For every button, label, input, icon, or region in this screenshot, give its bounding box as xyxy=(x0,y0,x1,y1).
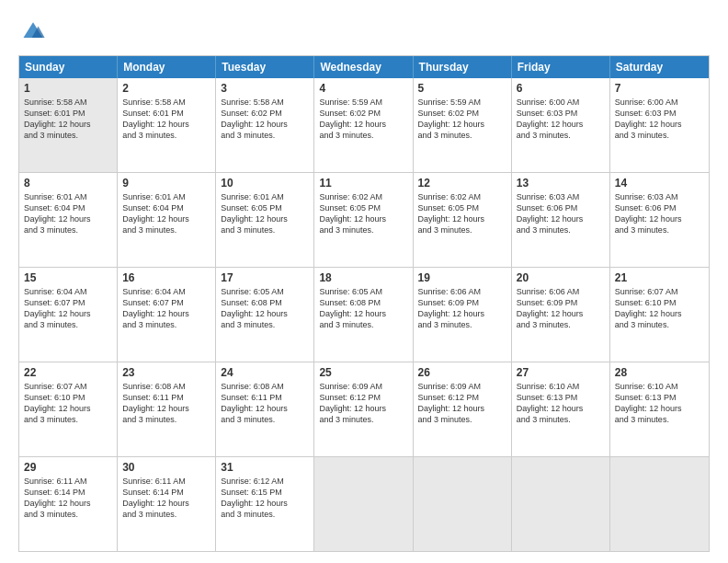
weekday-header: Saturday xyxy=(610,56,709,78)
calendar-header-row: SundayMondayTuesdayWednesdayThursdayFrid… xyxy=(19,56,709,78)
cell-info: Sunrise: 5:59 AM Sunset: 6:02 PM Dayligh… xyxy=(418,98,485,140)
calendar-cell xyxy=(610,457,709,551)
day-number: 15 xyxy=(24,271,112,284)
day-number: 10 xyxy=(221,177,309,190)
cell-info: Sunrise: 6:04 AM Sunset: 6:07 PM Dayligh… xyxy=(122,287,189,329)
day-number: 27 xyxy=(517,366,605,379)
calendar-cell: 27Sunrise: 6:10 AM Sunset: 6:13 PM Dayli… xyxy=(512,362,610,456)
cell-info: Sunrise: 6:09 AM Sunset: 6:12 PM Dayligh… xyxy=(418,382,485,424)
cell-info: Sunrise: 6:10 AM Sunset: 6:13 PM Dayligh… xyxy=(517,382,584,424)
calendar: SundayMondayTuesdayWednesdayThursdayFrid… xyxy=(18,55,710,552)
day-number: 1 xyxy=(24,82,112,95)
cell-info: Sunrise: 6:00 AM Sunset: 6:03 PM Dayligh… xyxy=(615,98,682,140)
day-number: 28 xyxy=(615,366,704,379)
calendar-cell: 6Sunrise: 6:00 AM Sunset: 6:03 PM Daylig… xyxy=(512,78,610,172)
calendar-cell: 18Sunrise: 6:05 AM Sunset: 6:08 PM Dayli… xyxy=(314,268,413,362)
calendar-cell: 17Sunrise: 6:05 AM Sunset: 6:08 PM Dayli… xyxy=(216,268,314,362)
calendar-page: SundayMondayTuesdayWednesdayThursdayFrid… xyxy=(0,0,728,563)
calendar-cell: 23Sunrise: 6:08 AM Sunset: 6:11 PM Dayli… xyxy=(118,362,216,456)
calendar-row: 8Sunrise: 6:01 AM Sunset: 6:04 PM Daylig… xyxy=(19,172,709,267)
calendar-cell: 19Sunrise: 6:06 AM Sunset: 6:09 PM Dayli… xyxy=(414,268,512,362)
cell-info: Sunrise: 5:59 AM Sunset: 6:02 PM Dayligh… xyxy=(319,98,386,140)
cell-info: Sunrise: 5:58 AM Sunset: 6:01 PM Dayligh… xyxy=(122,98,189,140)
cell-info: Sunrise: 5:58 AM Sunset: 6:02 PM Dayligh… xyxy=(221,98,288,140)
calendar-row: 22Sunrise: 6:07 AM Sunset: 6:10 PM Dayli… xyxy=(19,362,709,456)
cell-info: Sunrise: 6:06 AM Sunset: 6:09 PM Dayligh… xyxy=(418,287,485,329)
calendar-cell xyxy=(512,457,610,551)
page-header xyxy=(18,17,710,46)
calendar-cell: 29Sunrise: 6:11 AM Sunset: 6:14 PM Dayli… xyxy=(19,457,118,551)
cell-info: Sunrise: 6:05 AM Sunset: 6:08 PM Dayligh… xyxy=(319,287,386,329)
calendar-cell: 7Sunrise: 6:00 AM Sunset: 6:03 PM Daylig… xyxy=(610,78,709,172)
calendar-cell: 15Sunrise: 6:04 AM Sunset: 6:07 PM Dayli… xyxy=(19,268,118,362)
calendar-body: 1Sunrise: 5:58 AM Sunset: 6:01 PM Daylig… xyxy=(19,78,709,551)
calendar-cell xyxy=(414,457,512,551)
cell-info: Sunrise: 6:01 AM Sunset: 6:04 PM Dayligh… xyxy=(24,192,91,235)
calendar-cell: 28Sunrise: 6:10 AM Sunset: 6:13 PM Dayli… xyxy=(610,362,709,456)
cell-info: Sunrise: 6:02 AM Sunset: 6:05 PM Dayligh… xyxy=(319,192,386,235)
weekday-header: Wednesday xyxy=(314,56,413,78)
weekday-header: Tuesday xyxy=(216,56,314,78)
cell-info: Sunrise: 6:12 AM Sunset: 6:15 PM Dayligh… xyxy=(221,477,288,519)
day-number: 2 xyxy=(122,82,210,95)
day-number: 20 xyxy=(517,271,605,284)
cell-info: Sunrise: 6:08 AM Sunset: 6:11 PM Dayligh… xyxy=(122,382,189,424)
calendar-cell: 16Sunrise: 6:04 AM Sunset: 6:07 PM Dayli… xyxy=(118,268,216,362)
day-number: 7 xyxy=(615,82,704,95)
day-number: 18 xyxy=(319,271,407,284)
cell-info: Sunrise: 6:11 AM Sunset: 6:14 PM Dayligh… xyxy=(122,477,189,519)
day-number: 22 xyxy=(24,366,112,379)
calendar-cell: 25Sunrise: 6:09 AM Sunset: 6:12 PM Dayli… xyxy=(314,362,413,456)
calendar-row: 1Sunrise: 5:58 AM Sunset: 6:01 PM Daylig… xyxy=(19,78,709,172)
calendar-cell: 10Sunrise: 6:01 AM Sunset: 6:05 PM Dayli… xyxy=(216,173,314,267)
calendar-cell: 2Sunrise: 5:58 AM Sunset: 6:01 PM Daylig… xyxy=(118,78,216,172)
calendar-row: 29Sunrise: 6:11 AM Sunset: 6:14 PM Dayli… xyxy=(19,456,709,551)
day-number: 19 xyxy=(418,271,506,284)
day-number: 23 xyxy=(122,366,210,379)
day-number: 4 xyxy=(319,82,407,95)
day-number: 31 xyxy=(221,461,309,474)
calendar-cell: 12Sunrise: 6:02 AM Sunset: 6:05 PM Dayli… xyxy=(414,173,512,267)
day-number: 9 xyxy=(122,177,210,190)
cell-info: Sunrise: 6:09 AM Sunset: 6:12 PM Dayligh… xyxy=(319,382,386,424)
logo xyxy=(18,17,46,46)
day-number: 21 xyxy=(615,271,704,284)
cell-info: Sunrise: 6:03 AM Sunset: 6:06 PM Dayligh… xyxy=(615,192,682,235)
calendar-cell: 22Sunrise: 6:07 AM Sunset: 6:10 PM Dayli… xyxy=(19,362,118,456)
day-number: 16 xyxy=(122,271,210,284)
day-number: 13 xyxy=(517,177,605,190)
day-number: 11 xyxy=(319,177,407,190)
cell-info: Sunrise: 5:58 AM Sunset: 6:01 PM Dayligh… xyxy=(24,98,91,140)
calendar-cell: 11Sunrise: 6:02 AM Sunset: 6:05 PM Dayli… xyxy=(314,173,413,267)
calendar-cell: 9Sunrise: 6:01 AM Sunset: 6:04 PM Daylig… xyxy=(118,173,216,267)
calendar-cell xyxy=(314,457,413,551)
calendar-cell: 31Sunrise: 6:12 AM Sunset: 6:15 PM Dayli… xyxy=(216,457,314,551)
cell-info: Sunrise: 6:03 AM Sunset: 6:06 PM Dayligh… xyxy=(517,192,584,235)
calendar-cell: 5Sunrise: 5:59 AM Sunset: 6:02 PM Daylig… xyxy=(414,78,512,172)
weekday-header: Thursday xyxy=(414,56,512,78)
calendar-cell: 24Sunrise: 6:08 AM Sunset: 6:11 PM Dayli… xyxy=(216,362,314,456)
cell-info: Sunrise: 6:05 AM Sunset: 6:08 PM Dayligh… xyxy=(221,287,288,329)
calendar-cell: 14Sunrise: 6:03 AM Sunset: 6:06 PM Dayli… xyxy=(610,173,709,267)
cell-info: Sunrise: 6:04 AM Sunset: 6:07 PM Dayligh… xyxy=(24,287,91,329)
calendar-cell: 8Sunrise: 6:01 AM Sunset: 6:04 PM Daylig… xyxy=(19,173,118,267)
day-number: 30 xyxy=(122,461,210,474)
calendar-cell: 21Sunrise: 6:07 AM Sunset: 6:10 PM Dayli… xyxy=(610,268,709,362)
cell-info: Sunrise: 6:11 AM Sunset: 6:14 PM Dayligh… xyxy=(24,477,91,519)
cell-info: Sunrise: 6:01 AM Sunset: 6:04 PM Dayligh… xyxy=(122,192,189,235)
day-number: 12 xyxy=(418,177,506,190)
logo-icon xyxy=(20,17,46,42)
day-number: 6 xyxy=(517,82,605,95)
day-number: 14 xyxy=(615,177,704,190)
day-number: 29 xyxy=(24,461,112,474)
calendar-cell: 20Sunrise: 6:06 AM Sunset: 6:09 PM Dayli… xyxy=(512,268,610,362)
cell-info: Sunrise: 6:07 AM Sunset: 6:10 PM Dayligh… xyxy=(24,382,91,424)
day-number: 26 xyxy=(418,366,506,379)
cell-info: Sunrise: 6:08 AM Sunset: 6:11 PM Dayligh… xyxy=(221,382,288,424)
calendar-cell: 30Sunrise: 6:11 AM Sunset: 6:14 PM Dayli… xyxy=(118,457,216,551)
cell-info: Sunrise: 6:00 AM Sunset: 6:03 PM Dayligh… xyxy=(517,98,584,140)
calendar-cell: 13Sunrise: 6:03 AM Sunset: 6:06 PM Dayli… xyxy=(512,173,610,267)
calendar-row: 15Sunrise: 6:04 AM Sunset: 6:07 PM Dayli… xyxy=(19,267,709,362)
calendar-cell: 26Sunrise: 6:09 AM Sunset: 6:12 PM Dayli… xyxy=(414,362,512,456)
calendar-cell: 3Sunrise: 5:58 AM Sunset: 6:02 PM Daylig… xyxy=(216,78,314,172)
